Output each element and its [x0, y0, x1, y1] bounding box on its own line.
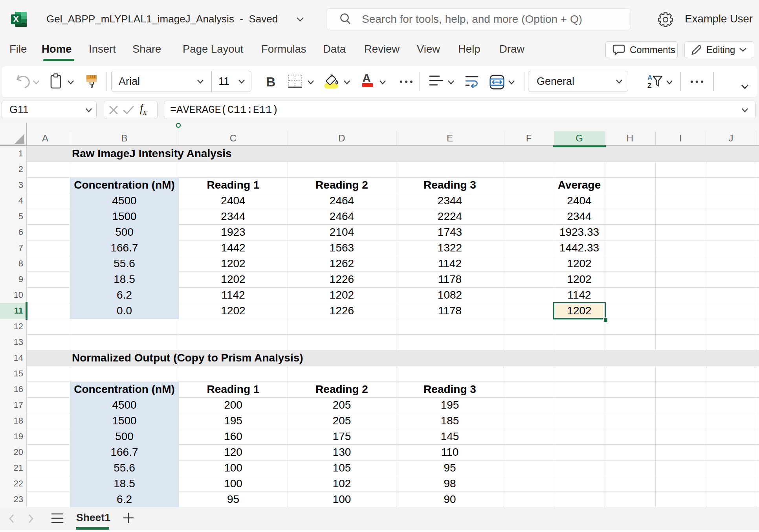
svg-text:Z: Z: [647, 82, 651, 90]
svg-text:A: A: [647, 74, 652, 81]
svg-text:X: X: [13, 14, 19, 24]
